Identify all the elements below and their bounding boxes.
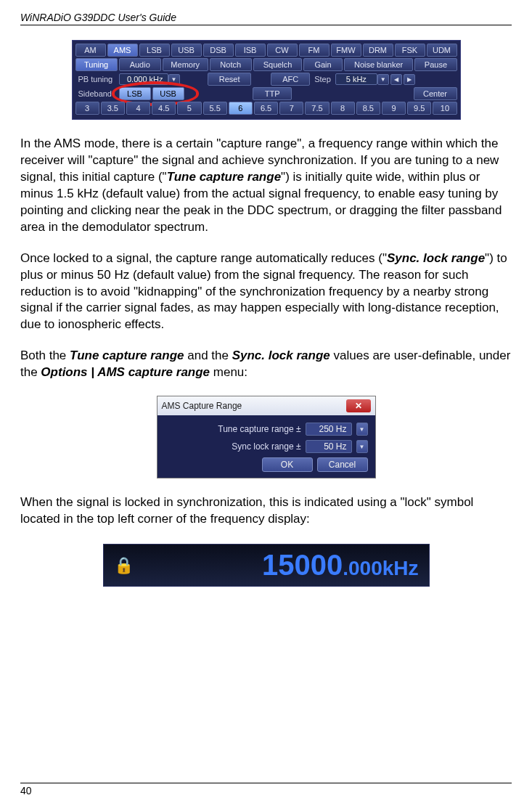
- paragraph-3-g: menu:: [210, 365, 247, 379]
- dialog-titlebar: AMS Capture Range ✕: [157, 396, 375, 415]
- sideband-label: Sideband: [75, 89, 118, 98]
- step-label: Step: [311, 75, 334, 83]
- tab-audio[interactable]: Audio: [119, 58, 161, 71]
- bandwidth-row: 3 3.5 4 4.5 5 5.5 6 6.5 7 7.5 8 8.5 9 9.…: [75, 102, 457, 115]
- paragraph-2: Once locked to a signal, the capture ran…: [20, 250, 512, 334]
- sync-lock-label: Sync lock range ±: [232, 441, 300, 452]
- frequency-unit: kHz: [382, 557, 419, 580]
- mode-btn-isb[interactable]: ISB: [235, 44, 266, 57]
- dialog-title: AMS Capture Range: [162, 401, 242, 411]
- mode-btn-cw[interactable]: CW: [267, 44, 298, 57]
- paragraph-1-b: Tune capture range: [167, 170, 281, 184]
- mode-btn-lsb[interactable]: LSB: [139, 44, 170, 57]
- bw-btn-8[interactable]: 8: [331, 102, 355, 115]
- frequency-fraction: .000: [343, 557, 382, 580]
- tune-capture-dropdown-icon[interactable]: ▼: [356, 423, 368, 436]
- step-value[interactable]: 5 kHz: [335, 73, 377, 85]
- pb-tuning-label: PB tuning: [75, 75, 118, 83]
- bw-btn-3[interactable]: 3: [75, 102, 99, 115]
- reset-button[interactable]: Reset: [208, 73, 251, 86]
- close-icon: ✕: [355, 401, 362, 411]
- tab-tuning[interactable]: Tuning: [75, 58, 118, 71]
- mode-btn-usb[interactable]: USB: [171, 44, 202, 57]
- paragraph-2-a: Once locked to a signal, the capture ran…: [20, 251, 387, 265]
- lock-icon: 🔒: [114, 556, 134, 575]
- page-footer: 40: [20, 783, 512, 796]
- afc-button[interactable]: AFC: [271, 73, 310, 86]
- ams-capture-range-dialog: AMS Capture Range ✕ Tune capture range ±…: [157, 396, 376, 478]
- mode-btn-drm[interactable]: DRM: [363, 44, 393, 57]
- paragraph-3-b: Tune capture range: [70, 349, 184, 362]
- bw-btn-5[interactable]: 5: [177, 102, 201, 115]
- tab-pause[interactable]: Pause: [414, 58, 457, 71]
- tab-memory[interactable]: Memory: [163, 58, 208, 71]
- tune-capture-value[interactable]: 250 Hz: [306, 423, 352, 436]
- mode-tuning-panel: AM AMS LSB USB DSB ISB CW FM FMW DRM FSK…: [72, 40, 461, 120]
- tune-capture-row: Tune capture range ± 250 Hz ▼: [165, 423, 368, 436]
- mode-btn-fsk[interactable]: FSK: [395, 44, 425, 57]
- sideband-usb-button[interactable]: USB: [152, 87, 184, 100]
- frequency-value: 15000.000kHz: [262, 549, 419, 582]
- mode-btn-udm[interactable]: UDM: [427, 44, 457, 57]
- tab-squelch[interactable]: Squelch: [253, 58, 303, 71]
- cancel-button[interactable]: Cancel: [317, 457, 368, 472]
- step-combo: 5 kHz ▼: [335, 73, 389, 85]
- frequency-display: 🔒 15000.000kHz: [103, 544, 430, 587]
- tab-gain[interactable]: Gain: [303, 58, 342, 71]
- sideband-lsb-button[interactable]: LSB: [119, 87, 151, 100]
- bw-btn-9-5[interactable]: 9.5: [407, 102, 431, 115]
- sync-lock-value[interactable]: 50 Hz: [306, 440, 352, 453]
- page-header: WiNRADiO G39DDC User's Guide: [20, 12, 512, 25]
- paragraph-3-c: and the: [184, 349, 232, 362]
- mode-row: AM AMS LSB USB DSB ISB CW FM FMW DRM FSK…: [75, 44, 457, 57]
- bw-btn-7-5[interactable]: 7.5: [305, 102, 329, 115]
- bw-btn-9[interactable]: 9: [382, 102, 406, 115]
- mode-btn-ams[interactable]: AMS: [107, 44, 138, 57]
- paragraph-3: Both the Tune capture range and the Sync…: [20, 348, 512, 381]
- pb-tuning-combo: 0.000 kHz ▼: [119, 73, 180, 85]
- bw-btn-3-5[interactable]: 3.5: [101, 102, 125, 115]
- tab-notch[interactable]: Notch: [210, 58, 252, 71]
- ttp-button[interactable]: TTP: [253, 87, 292, 100]
- dialog-close-button[interactable]: ✕: [346, 399, 371, 412]
- tune-capture-label: Tune capture range ±: [218, 424, 300, 434]
- step-dropdown-icon[interactable]: ▼: [377, 74, 389, 85]
- bw-btn-6-5[interactable]: 6.5: [254, 102, 278, 115]
- mode-btn-dsb[interactable]: DSB: [203, 44, 234, 57]
- bw-btn-5-5[interactable]: 5.5: [203, 102, 227, 115]
- paragraph-3-d: Sync. lock range: [232, 349, 330, 362]
- tab-noiseblanker[interactable]: Noise blanker: [344, 58, 414, 71]
- ok-button[interactable]: OK: [262, 457, 313, 472]
- paragraph-4: When the signal is locked in synchroniza…: [20, 494, 512, 528]
- bw-btn-4-5[interactable]: 4.5: [152, 102, 176, 115]
- mode-btn-fmw[interactable]: FMW: [331, 44, 361, 57]
- mode-btn-am[interactable]: AM: [75, 44, 106, 57]
- pbtuning-row: PB tuning 0.000 kHz ▼ Reset AFC Step 5 k…: [75, 73, 457, 86]
- sideband-row: Sideband LSB USB TTP Center: [75, 87, 457, 100]
- frequency-integer: 15000: [262, 549, 343, 582]
- mode-btn-fm[interactable]: FM: [299, 44, 330, 57]
- paragraph-1: In the AMS mode, there is a certain "cap…: [20, 136, 512, 236]
- bw-btn-7[interactable]: 7: [279, 102, 303, 115]
- bw-btn-4[interactable]: 4: [126, 102, 150, 115]
- tabs-row: Tuning Audio Memory Notch Squelch Gain N…: [75, 58, 457, 71]
- pb-tuning-dropdown-icon[interactable]: ▼: [168, 74, 180, 85]
- paragraph-2-b: Sync. lock range: [387, 251, 485, 265]
- paragraph-3-f: Options | AMS capture range: [41, 365, 210, 379]
- pb-tuning-value[interactable]: 0.000 kHz: [119, 73, 168, 85]
- step-right-icon[interactable]: ▶: [404, 74, 415, 85]
- sync-lock-dropdown-icon[interactable]: ▼: [356, 440, 368, 453]
- bw-btn-6[interactable]: 6: [229, 102, 253, 115]
- page-number: 40: [20, 783, 512, 796]
- step-left-icon[interactable]: ◀: [390, 74, 402, 85]
- paragraph-3-a: Both the: [20, 349, 70, 362]
- dialog-body: Tune capture range ± 250 Hz ▼ Sync lock …: [157, 415, 375, 478]
- dialog-buttons: OK Cancel: [165, 457, 368, 472]
- sync-lock-row: Sync lock range ± 50 Hz ▼: [165, 440, 368, 453]
- bw-btn-10[interactable]: 10: [433, 102, 457, 115]
- bw-btn-8-5[interactable]: 8.5: [356, 102, 380, 115]
- center-button[interactable]: Center: [414, 87, 457, 100]
